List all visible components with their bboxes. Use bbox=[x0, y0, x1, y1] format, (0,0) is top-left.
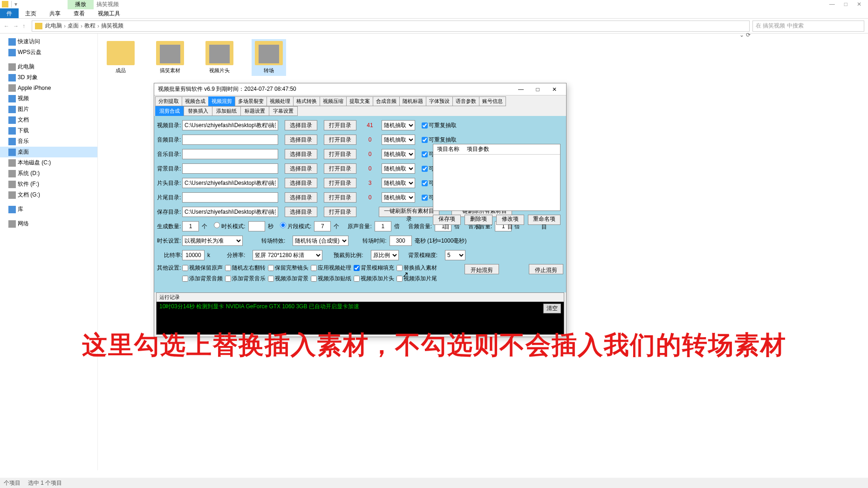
tail-path-input[interactable] bbox=[182, 192, 278, 203]
select-dir-button[interactable]: 选择目录 bbox=[285, 135, 317, 145]
sidebar-item[interactable]: 3D 对象 bbox=[0, 72, 97, 83]
sidebar-item[interactable]: 下载 bbox=[0, 125, 97, 136]
audio-repeat-checkbox[interactable]: 可重复抽取 bbox=[422, 136, 457, 144]
select-dir-button[interactable]: 选择目录 bbox=[285, 178, 317, 188]
main-tab[interactable]: 视频合成 bbox=[182, 96, 209, 106]
ribbon-tab-file[interactable]: 件 bbox=[0, 8, 19, 18]
head-path-input[interactable] bbox=[182, 178, 278, 188]
folder-item[interactable]: 成品 bbox=[103, 39, 138, 76]
video-mode-select[interactable]: 随机抽取 bbox=[382, 120, 415, 130]
option-checkbox[interactable]: 视频添加贴纸 bbox=[311, 275, 354, 283]
bg-blur-select[interactable]: 5 bbox=[445, 250, 465, 260]
ribbon-tab-home[interactable]: 主页 bbox=[19, 8, 43, 18]
transition-effect-select[interactable]: 随机转场 (合成慢) bbox=[293, 236, 349, 246]
option-checkbox[interactable]: 添加背景音乐 bbox=[225, 275, 268, 283]
folder-item[interactable]: 视频片头 bbox=[202, 39, 237, 76]
sidebar-item[interactable]: 网络 bbox=[0, 218, 97, 229]
sidebar-item[interactable]: 本地磁盘 (C:) bbox=[0, 157, 97, 168]
bg-path-input[interactable] bbox=[182, 163, 278, 174]
open-dir-button[interactable]: 打开目录 bbox=[324, 149, 356, 159]
sidebar-item[interactable]: 音乐 bbox=[0, 136, 97, 147]
music-mode-select[interactable]: 随机抽取 bbox=[382, 149, 415, 159]
dlg-minimize-icon[interactable]: — bbox=[513, 85, 529, 94]
open-dir-button[interactable]: 打开目录 bbox=[324, 120, 356, 130]
start-mix-button[interactable]: 开始混剪 bbox=[465, 264, 499, 274]
audio-path-input[interactable] bbox=[182, 135, 278, 145]
refresh-icon[interactable]: ⟳ bbox=[746, 32, 751, 38]
select-dir-button[interactable]: 选择目录 bbox=[285, 163, 317, 174]
duration-mode-radio[interactable]: 时长模式: bbox=[214, 222, 246, 230]
breadcrumb-dropdown-icon[interactable]: ⌄ bbox=[739, 32, 744, 38]
select-dir-button[interactable]: 选择目录 bbox=[285, 120, 317, 130]
ribbon-tab-share[interactable]: 共享 bbox=[43, 8, 67, 18]
segment-mode-radio[interactable]: 片段模式: bbox=[280, 222, 312, 230]
sidebar-item[interactable]: 文档 (G:) bbox=[0, 190, 97, 200]
main-tab[interactable]: 合成音频 bbox=[373, 96, 400, 106]
forward-icon[interactable]: → bbox=[13, 23, 19, 29]
crumb-desktop[interactable]: 桌面 bbox=[68, 22, 79, 30]
main-tab[interactable]: 提取文案 bbox=[346, 96, 373, 106]
orig-volume-input[interactable] bbox=[375, 221, 391, 231]
sidebar-item[interactable]: 库 bbox=[0, 204, 97, 215]
sub-tab[interactable]: 标题设置 bbox=[240, 106, 269, 116]
option-checkbox[interactable]: 替换插入素材 bbox=[396, 264, 439, 272]
main-tab[interactable]: 视频压缩 bbox=[320, 96, 347, 106]
main-tab[interactable]: 格式转换 bbox=[293, 96, 320, 106]
crumb-current[interactable]: 搞笑视频 bbox=[101, 22, 123, 30]
select-dir-button[interactable]: 选择目录 bbox=[285, 149, 317, 159]
option-checkbox[interactable]: 添加背景音频 bbox=[182, 275, 225, 283]
breadcrumb[interactable]: 此电脑› 桌面› 教程› 搞笑视频 bbox=[32, 20, 750, 32]
option-checkbox[interactable]: 保留完整镜头 bbox=[268, 264, 311, 272]
head-mode-select[interactable]: 随机抽取 bbox=[382, 178, 415, 188]
open-dir-button[interactable]: 打开目录 bbox=[324, 163, 356, 174]
save-path-input[interactable] bbox=[182, 207, 278, 217]
stop-mix-button[interactable]: 停止混剪 bbox=[529, 264, 563, 274]
duration-mode-select[interactable]: 以视频时长为准 bbox=[182, 236, 243, 246]
sidebar-item[interactable]: Apple iPhone bbox=[0, 83, 97, 93]
main-tab[interactable]: 多场景裂变 bbox=[235, 96, 267, 106]
option-checkbox[interactable]: 背景模糊填充 bbox=[354, 264, 396, 272]
video-path-input[interactable] bbox=[182, 120, 278, 130]
main-tab[interactable]: 视频混剪 bbox=[208, 96, 235, 106]
main-tab[interactable]: 账号信息 bbox=[479, 96, 506, 106]
video-repeat-checkbox[interactable]: 可重复抽取 bbox=[422, 122, 457, 129]
sidebar-item[interactable]: WPS云盘 bbox=[0, 47, 97, 58]
close-icon[interactable]: ✕ bbox=[857, 1, 861, 7]
maximize-icon[interactable]: □ bbox=[844, 1, 847, 7]
dlg-maximize-icon[interactable]: □ bbox=[530, 85, 546, 94]
folder-item[interactable]: 转场 bbox=[252, 39, 286, 76]
sidebar-item[interactable]: 文档 bbox=[0, 115, 97, 125]
bitrate-input[interactable] bbox=[182, 250, 205, 260]
sidebar-item[interactable]: 视频 bbox=[0, 93, 97, 104]
crumb-pc[interactable]: 此电脑 bbox=[45, 22, 62, 30]
project-button[interactable]: 保存项目 bbox=[433, 215, 461, 225]
open-dir-button[interactable]: 打开目录 bbox=[324, 135, 356, 145]
open-dir-button[interactable]: 打开目录 bbox=[324, 207, 356, 217]
back-icon[interactable]: ← bbox=[4, 23, 9, 29]
gen-count-input[interactable] bbox=[182, 221, 199, 231]
main-tab[interactable]: 随机标题 bbox=[399, 96, 426, 106]
project-button[interactable]: 修改项目 bbox=[496, 215, 524, 225]
option-checkbox[interactable]: 视频保留原声 bbox=[182, 264, 225, 272]
project-button[interactable]: 重命名项目 bbox=[528, 215, 560, 225]
folder-item[interactable]: 搞笑素材 bbox=[153, 39, 187, 76]
sidebar-item[interactable]: 快速访问 bbox=[0, 36, 97, 47]
bg-mode-select[interactable]: 随机抽取 bbox=[382, 163, 415, 174]
duration-input[interactable] bbox=[248, 221, 265, 231]
segment-count-input[interactable] bbox=[314, 221, 331, 231]
main-tab[interactable]: 分割提取 bbox=[155, 96, 182, 106]
play-context-tab[interactable]: 播放 bbox=[68, 0, 94, 9]
option-checkbox[interactable]: 视频添加片尾 bbox=[396, 275, 439, 283]
refresh-all-button[interactable]: 一键刷新所有素材目录 bbox=[379, 207, 439, 217]
select-dir-button[interactable]: 选择目录 bbox=[285, 207, 317, 217]
sub-tab[interactable]: 字幕设置 bbox=[269, 106, 298, 116]
option-checkbox[interactable]: 视频添加背景 bbox=[268, 275, 311, 283]
resolution-select[interactable]: 竖屏 720*1280 标清 bbox=[253, 250, 322, 260]
project-button[interactable]: 删除项目 bbox=[465, 215, 492, 225]
main-tab[interactable]: 视频处理 bbox=[267, 96, 294, 106]
crumb-tutorial[interactable]: 教程 bbox=[84, 22, 96, 30]
dlg-close-icon[interactable]: ✕ bbox=[547, 85, 562, 94]
sub-tab[interactable]: 混剪合成 bbox=[155, 106, 184, 116]
up-icon[interactable]: ↑ bbox=[22, 23, 25, 29]
option-checkbox[interactable]: 随机左右翻转 bbox=[225, 264, 268, 272]
